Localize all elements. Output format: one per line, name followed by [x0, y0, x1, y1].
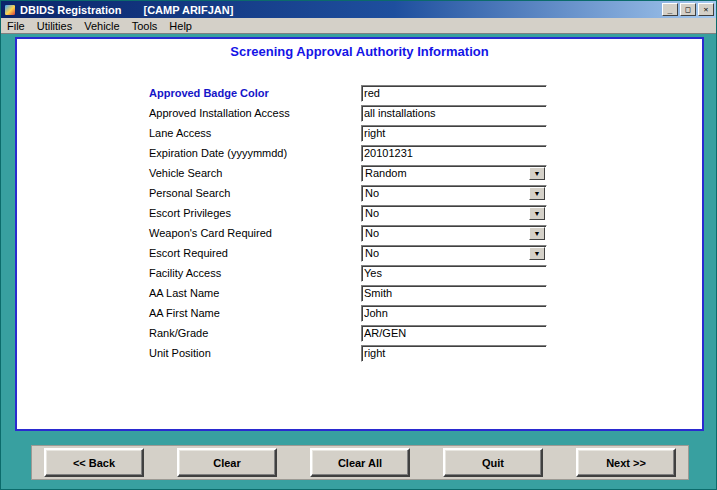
- form-rows: Approved Badge ColorApproved Installatio…: [149, 85, 547, 361]
- escort-required-select[interactable]: No▼: [361, 245, 547, 262]
- form-field-row: Weapon's Card RequiredNo▼: [149, 225, 547, 241]
- next-button[interactable]: Next >>: [576, 448, 676, 477]
- dropdown-arrow-icon[interactable]: ▼: [529, 247, 545, 260]
- field-label: Expiration Date (yyyymmdd): [149, 147, 361, 159]
- clear-button[interactable]: Clear: [177, 448, 277, 477]
- dropdown-arrow-icon[interactable]: ▼: [529, 227, 545, 240]
- vehicle-search-select[interactable]: Random▼: [361, 165, 547, 182]
- back-button[interactable]: << Back: [44, 448, 144, 477]
- field-label: Lane Access: [149, 127, 361, 139]
- menu-item-vehicle[interactable]: Vehicle: [78, 19, 125, 33]
- weapons-card-required-select[interactable]: No▼: [361, 225, 547, 242]
- field-label: Escort Privileges: [149, 207, 361, 219]
- quit-button[interactable]: Quit: [443, 448, 543, 477]
- field-label: Personal Search: [149, 187, 361, 199]
- field-label: Vehicle Search: [149, 167, 361, 179]
- expiration-date-input[interactable]: [361, 145, 547, 162]
- footer-button-bar: << BackClearClear AllQuitNext >>: [31, 445, 689, 480]
- field-label: AA Last Name: [149, 287, 361, 299]
- field-label: Escort Required: [149, 247, 361, 259]
- minimize-button[interactable]: _: [662, 3, 678, 16]
- form-field-row: Vehicle SearchRandom▼: [149, 165, 547, 181]
- facility-access-input[interactable]: [361, 265, 547, 282]
- window-location: [CAMP ARIFJAN]: [143, 4, 233, 16]
- form-field-row: Escort RequiredNo▼: [149, 245, 547, 261]
- aa-last-name-input[interactable]: [361, 285, 547, 302]
- close-button[interactable]: ✕: [698, 3, 714, 16]
- menu-bar: FileUtilitiesVehicleToolsHelp: [1, 18, 716, 34]
- form-field-row: Escort PrivilegesNo▼: [149, 205, 547, 221]
- form-field-row: Approved Installation Access: [149, 105, 547, 121]
- field-label: AA First Name: [149, 307, 361, 319]
- dropdown-arrow-icon[interactable]: ▼: [529, 207, 545, 220]
- combo-selected-value: No: [362, 207, 529, 219]
- field-label: Weapon's Card Required: [149, 227, 361, 239]
- clear-all-button[interactable]: Clear All: [310, 448, 410, 477]
- form-field-row: Lane Access: [149, 125, 547, 141]
- rank-grade-input[interactable]: [361, 325, 547, 342]
- form-field-row: Facility Access: [149, 265, 547, 281]
- page-title: Screening Approval Authority Information: [17, 44, 702, 59]
- form-panel: Screening Approval Authority Information…: [15, 37, 704, 431]
- lane-access-input[interactable]: [361, 125, 547, 142]
- aa-first-name-input[interactable]: [361, 305, 547, 322]
- form-field-row: Rank/Grade: [149, 325, 547, 341]
- form-field-row: AA Last Name: [149, 285, 547, 301]
- approved-badge-color-input[interactable]: [361, 85, 547, 102]
- window-controls: _ □ ✕: [662, 3, 714, 16]
- combo-selected-value: Random: [362, 167, 529, 179]
- combo-selected-value: No: [362, 247, 529, 259]
- combo-selected-value: No: [362, 187, 529, 199]
- app-window: DBIDS Registration [CAMP ARIFJAN] _ □ ✕ …: [0, 0, 717, 490]
- form-field-row: Approved Badge Color: [149, 85, 547, 101]
- form-field-row: Personal SearchNo▼: [149, 185, 547, 201]
- field-label: Approved Installation Access: [149, 107, 361, 119]
- dropdown-arrow-icon[interactable]: ▼: [529, 167, 545, 180]
- title-bar: DBIDS Registration [CAMP ARIFJAN] _ □ ✕: [1, 1, 716, 18]
- form-field-row: Expiration Date (yyyymmdd): [149, 145, 547, 161]
- window-title: DBIDS Registration: [20, 4, 121, 16]
- field-label: Approved Badge Color: [149, 87, 361, 99]
- menu-item-file[interactable]: File: [1, 19, 31, 33]
- approved-installation-access-input[interactable]: [361, 105, 547, 122]
- menu-item-tools[interactable]: Tools: [126, 19, 164, 33]
- field-label: Facility Access: [149, 267, 361, 279]
- menu-item-utilities[interactable]: Utilities: [31, 19, 78, 33]
- form-field-row: Unit Position: [149, 345, 547, 361]
- dropdown-arrow-icon[interactable]: ▼: [529, 187, 545, 200]
- combo-selected-value: No: [362, 227, 529, 239]
- form-field-row: AA First Name: [149, 305, 547, 321]
- maximize-button[interactable]: □: [680, 3, 696, 16]
- app-icon: [4, 4, 16, 16]
- unit-position-input[interactable]: [361, 345, 547, 362]
- field-label: Unit Position: [149, 347, 361, 359]
- escort-privileges-select[interactable]: No▼: [361, 205, 547, 222]
- menu-item-help[interactable]: Help: [163, 19, 198, 33]
- personal-search-select[interactable]: No▼: [361, 185, 547, 202]
- field-label: Rank/Grade: [149, 327, 361, 339]
